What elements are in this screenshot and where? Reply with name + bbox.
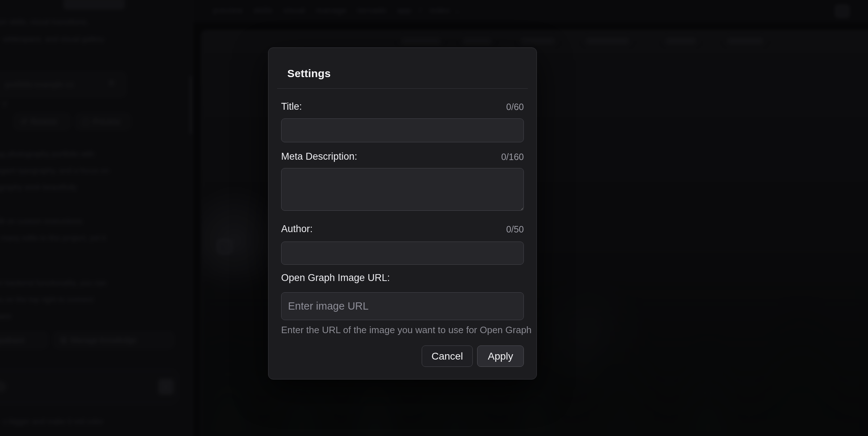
author-field-label: Author: (281, 223, 313, 235)
title-field-label: Title: (281, 101, 302, 112)
apply-button[interactable]: Apply (477, 345, 524, 367)
title-input[interactable] (281, 118, 524, 142)
apply-button-label: Apply (488, 351, 513, 362)
meta-description-label: Meta Description: (281, 151, 357, 162)
meta-description-textarea[interactable] (281, 168, 524, 211)
og-image-url-help-text: Enter the URL of the image you want to u… (281, 324, 531, 336)
cancel-button-label: Cancel (431, 351, 463, 362)
author-char-counter: 0/50 (506, 224, 524, 235)
cancel-button[interactable]: Cancel (422, 345, 473, 367)
og-image-url-input[interactable] (281, 292, 524, 320)
settings-dialog: Settings Title: 0/60 Meta Description: 0… (268, 47, 537, 380)
divider (277, 88, 528, 89)
title-char-counter: 0/60 (506, 102, 524, 112)
dialog-title: Settings (287, 67, 331, 80)
og-image-url-label: Open Graph Image URL: (281, 272, 390, 284)
meta-description-char-counter: 0/160 (501, 152, 524, 162)
author-input[interactable] (281, 242, 524, 265)
